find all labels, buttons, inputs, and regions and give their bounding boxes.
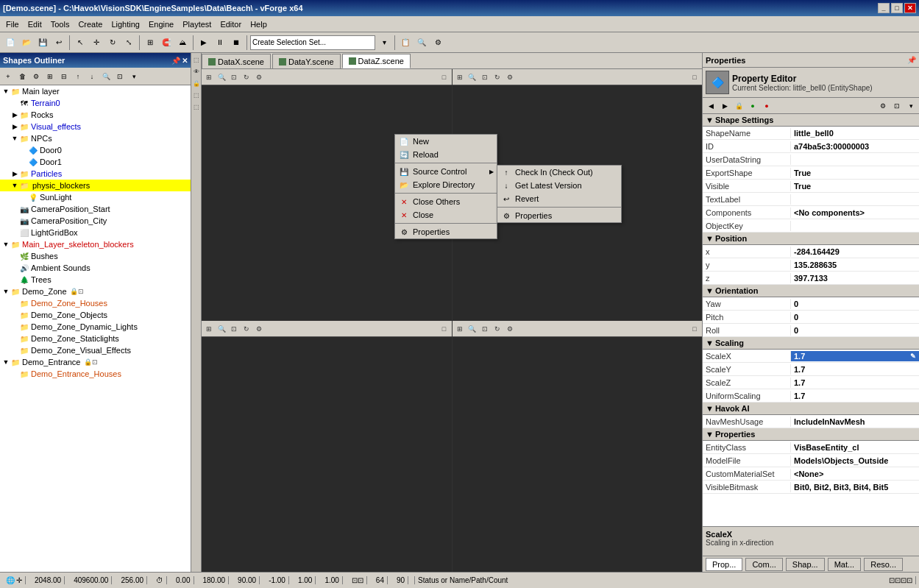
cm-revert[interactable]: ↩ Revert [497, 192, 621, 205]
prop-lock-icon[interactable]: 🔒 [732, 99, 745, 113]
section-orientation[interactable]: ▼ Orientation [703, 285, 919, 297]
expand-icon[interactable]: ▶ [10, 122, 19, 131]
new-file-icon[interactable]: 📄 [3, 35, 18, 50]
expand-icon[interactable]: ▼ [1, 87, 10, 96]
prop-value-textlabel[interactable] [791, 199, 919, 200]
save-icon[interactable]: 💾 [35, 35, 50, 50]
maximize-button[interactable]: □ [891, 3, 903, 13]
list-item[interactable]: ▼ 📁 NPCs [0, 132, 191, 144]
selection-set-combo[interactable] [250, 35, 375, 50]
prop-forward-icon[interactable]: ▶ [718, 99, 731, 113]
move-down-icon[interactable]: ↓ [85, 70, 99, 83]
expand-icon[interactable] [10, 369, 19, 378]
vp-icon-br-5[interactable]: ⚙ [504, 323, 516, 335]
expand-icon[interactable] [10, 99, 19, 107]
section-scaling[interactable]: ▼ Scaling [703, 337, 919, 350]
extra-icon-1[interactable]: 📋 [398, 35, 413, 50]
bottom-tab-mat[interactable]: Mat... [828, 558, 862, 571]
vp-icon-bl-4[interactable]: ↻ [241, 323, 252, 335]
expand-icon[interactable]: ▶ [10, 110, 19, 119]
expand-icon[interactable] [10, 263, 19, 272]
side-icon-1[interactable]: ⬚ [191, 54, 202, 65]
list-item[interactable]: ⬜ LightGridBox [0, 227, 191, 238]
vp-icon-bl-1[interactable]: ⊞ [203, 323, 215, 335]
expand-icon[interactable]: ▼ [1, 358, 10, 366]
pause-icon[interactable]: ⏸ [213, 35, 227, 50]
list-item[interactable]: 📁 Demo_Zone_Houses [0, 297, 191, 309]
prop-value-uniformscaling[interactable]: 1.7 [791, 391, 919, 401]
search-shapes-icon[interactable]: 🔍 [99, 70, 113, 83]
prop-value-shapename[interactable]: little_bell0 [791, 128, 919, 138]
prop-value-modelfile[interactable]: Models\Objects_Outside [791, 456, 919, 466]
vp-icon-tr-4[interactable]: ↻ [492, 71, 503, 83]
prop-value-scaley[interactable]: 1.7 [791, 364, 919, 375]
menu-playtest[interactable]: Playtest [178, 18, 216, 30]
cm-close-others[interactable]: ✕ Close Others [395, 195, 497, 208]
menu-create[interactable]: Create [74, 18, 107, 30]
section-havok-ai[interactable]: ▼ Havok AI [703, 403, 919, 415]
prop-value-userdatastring[interactable] [791, 159, 919, 160]
cm-source-control[interactable]: 💾 Source Control ↑ Check In (Check Out) … [395, 165, 497, 178]
prop-value-components[interactable]: <No components> [791, 208, 919, 218]
shape-settings-icon[interactable]: ⚙ [29, 70, 43, 83]
undo-icon[interactable]: ↩ [52, 35, 66, 50]
vp-maximize-icon-bl[interactable]: □ [439, 323, 450, 335]
menu-file[interactable]: File [1, 18, 24, 30]
cm-checkin[interactable]: ↑ Check In (Check Out) [497, 166, 621, 179]
expand-icon[interactable] [10, 228, 19, 237]
bottom-tab-reso[interactable]: Reso... [864, 558, 903, 571]
move-up-icon[interactable]: ↑ [71, 70, 85, 83]
bottom-tab-com[interactable]: Com... [745, 558, 782, 571]
cm-sub-properties[interactable]: ⚙ Properties [497, 209, 621, 222]
list-item[interactable]: 💡 SunLight [0, 191, 191, 203]
expand-icon[interactable]: ▼ [10, 134, 19, 143]
expand-icon[interactable] [10, 205, 19, 213]
vp-icon-tr-3[interactable]: ⊡ [479, 71, 491, 83]
prop-value-x[interactable]: -284.164429 [791, 247, 919, 257]
vp-icon-4[interactable]: ↻ [241, 71, 252, 83]
list-item[interactable]: 📁 Demo_Entrance_Houses [0, 368, 191, 380]
delete-shape-icon[interactable]: 🗑 [15, 70, 29, 83]
cm-properties[interactable]: ⚙ Properties [395, 225, 497, 238]
expand-icon[interactable] [19, 193, 28, 202]
vp-icon-3[interactable]: ⊡ [228, 71, 240, 83]
expand-icon[interactable] [10, 334, 19, 343]
close-panel-button[interactable]: ✕ [182, 57, 188, 65]
extra-icon-2[interactable]: 🔍 [414, 35, 429, 50]
cm-getlatest[interactable]: ↓ Get Latest Version [497, 179, 621, 192]
section-properties[interactable]: ▼ Properties [703, 428, 919, 441]
vp-icon-br-2[interactable]: 🔍 [466, 323, 478, 335]
expand-icon[interactable]: ▼ [10, 181, 19, 190]
pin-button[interactable]: 📌 [171, 57, 180, 65]
list-item[interactable]: ▼ 📁 Demo_Entrance 🔒⊡ [0, 356, 191, 368]
vp-icon-tr-2[interactable]: 🔍 [466, 71, 478, 83]
scale-icon[interactable]: ⤡ [121, 35, 136, 50]
side-icon-3[interactable]: 🔒 [191, 78, 202, 88]
list-item[interactable]: ▼ 📁 physic_blockers [0, 180, 191, 191]
menu-engine[interactable]: Engine [144, 18, 178, 30]
tab-datay[interactable]: DataY.scene [272, 54, 341, 68]
list-item[interactable]: 🌲 Trees [0, 274, 191, 286]
menu-editor[interactable]: Editor [216, 18, 246, 30]
menu-edit[interactable]: Edit [24, 18, 46, 30]
prop-extra-2[interactable]: ⊡ [890, 99, 904, 113]
properties-pin-button[interactable]: 📌 [907, 56, 916, 64]
expand-icon[interactable] [19, 146, 28, 155]
cm-new[interactable]: 📄 New [395, 135, 497, 148]
prop-value-pitch[interactable]: 0 [791, 312, 919, 322]
prop-value-custommaterialset[interactable]: <None> [791, 469, 919, 479]
expand-icon[interactable] [19, 157, 28, 166]
list-item[interactable]: 📁 Demo_Zone_Dynamic_Lights [0, 321, 191, 333]
side-icon-5[interactable]: ⬚ [191, 102, 202, 112]
expand-icon[interactable]: ▼ [1, 240, 10, 249]
list-item[interactable]: ▶ 📁 Particles [0, 168, 191, 180]
vp-maximize-icon[interactable]: □ [439, 71, 450, 83]
prop-value-scalez[interactable]: 1.7 [791, 378, 919, 388]
select-icon[interactable]: ↖ [73, 35, 88, 50]
edit-icon[interactable]: ✎ [910, 353, 916, 360]
panel-header-buttons[interactable]: 📌 ✕ [171, 57, 188, 65]
menu-lighting[interactable]: Lighting [107, 18, 144, 30]
filter-icon[interactable]: ⊡ [113, 70, 127, 83]
prop-value-objectkey[interactable] [791, 225, 919, 227]
prop-back-icon[interactable]: ◀ [704, 99, 717, 113]
